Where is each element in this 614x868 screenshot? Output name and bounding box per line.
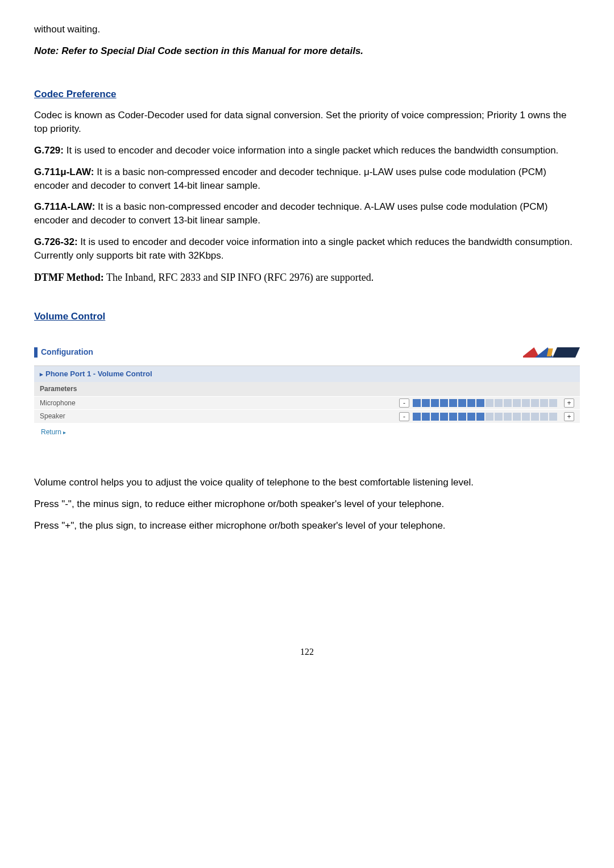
volume-segment: [486, 399, 493, 407]
microphone-label: Microphone: [40, 398, 210, 408]
volume-segment: [458, 399, 466, 407]
volume-segment: [449, 399, 457, 407]
volume-segment: [431, 413, 439, 421]
g711a-label: G.711A-LAW:: [34, 201, 95, 212]
g729-text: It is used to encoder and decoder voice …: [64, 145, 558, 156]
volume-segment: [440, 413, 448, 421]
mic-volume-bar: [413, 399, 561, 407]
volume-segment: [486, 413, 493, 421]
volume-segment: [458, 413, 466, 421]
g729-label: G.729:: [34, 145, 64, 156]
return-link[interactable]: Return: [41, 428, 66, 436]
volume-segment: [413, 413, 421, 421]
volume-segment: [476, 399, 484, 407]
volume-segment: [495, 399, 503, 407]
g711u-label: G.711μ-LAW:: [34, 167, 94, 177]
return-row: Return: [34, 423, 580, 442]
config-title: Configuration: [41, 347, 93, 358]
volume-segment: [504, 399, 512, 407]
brand-logo-icon: [523, 345, 580, 360]
config-header: Configuration: [34, 342, 580, 366]
volume-segment: [522, 399, 530, 407]
volume-segment: [531, 399, 539, 407]
volume-segment: [513, 413, 521, 421]
volume-segment: [431, 399, 439, 407]
svg-marker-3: [553, 347, 580, 358]
volume-segment: [413, 399, 421, 407]
g711a-paragraph: G.711A-LAW: It is a basic non-compressed…: [34, 200, 580, 227]
speaker-minus-button[interactable]: -: [399, 412, 409, 421]
codec-preference-heading[interactable]: Codec Preference: [34, 88, 117, 101]
dtmf-paragraph: DTMF Method: The Inband, RFC 2833 and SI…: [34, 271, 580, 285]
codec-intro: Codec is known as Coder-Decoder used for…: [34, 109, 580, 136]
g711a-text: It is a basic non-compressed encoder and…: [34, 201, 547, 226]
g729-paragraph: G.729: It is used to encoder and decoder…: [34, 144, 580, 157]
g711u-paragraph: G.711μ-LAW: It is a basic non-compressed…: [34, 165, 580, 193]
volume-desc-1: Volume control helps you to adjust the v…: [34, 476, 580, 489]
speaker-controls: - +: [399, 412, 574, 421]
panel-subheader: Phone Port 1 - Volume Control: [34, 366, 580, 382]
volume-segment: [549, 413, 557, 421]
volume-segment: [422, 413, 430, 421]
volume-segment: [540, 399, 548, 407]
volume-segment: [467, 413, 475, 421]
speaker-row: Speaker - +: [34, 409, 580, 423]
dtmf-text: The Inband, RFC 2833 and SIP INFO (RFC 2…: [104, 272, 374, 283]
note-text: Note: Refer to Special Dial Code section…: [34, 44, 580, 58]
speaker-label: Speaker: [40, 412, 210, 421]
volume-segment: [522, 413, 530, 421]
volume-segment: [540, 413, 548, 421]
volume-segment: [513, 399, 521, 407]
g726-label: G.726-32:: [34, 236, 78, 247]
blue-bar-icon: [34, 347, 38, 358]
volume-segment: [549, 399, 557, 407]
g711u-text: It is a basic non-compressed encoder and…: [34, 167, 546, 191]
g726-paragraph: G.726-32: It is used to encoder and deco…: [34, 235, 580, 263]
volume-control-heading[interactable]: Volume Control: [34, 310, 105, 323]
volume-segment: [449, 413, 457, 421]
volume-segment: [476, 413, 484, 421]
config-title-wrap: Configuration: [34, 347, 93, 358]
page-number: 122: [34, 646, 580, 658]
volume-segment: [467, 399, 475, 407]
volume-desc-3: Press "+", the plus sign, to increase ei…: [34, 519, 580, 533]
g726-text: It is used to encoder and decoder voice …: [34, 236, 572, 261]
speaker-volume-bar: [413, 413, 561, 421]
parameters-header: Parameters: [34, 382, 580, 396]
mic-plus-button[interactable]: +: [564, 398, 574, 408]
configuration-panel: Configuration Phone Port 1 - Volume Cont…: [34, 342, 580, 442]
volume-desc-2: Press "-", the minus sign, to reduce eit…: [34, 497, 580, 511]
volume-segment: [440, 399, 448, 407]
microphone-row: Microphone - +: [34, 396, 580, 410]
volume-segment: [504, 413, 512, 421]
mic-minus-button[interactable]: -: [399, 398, 409, 408]
volume-segment: [422, 399, 430, 407]
volume-segment: [531, 413, 539, 421]
dtmf-label: DTMF Method:: [34, 272, 104, 283]
speaker-plus-button[interactable]: +: [564, 412, 574, 421]
microphone-controls: - +: [399, 398, 574, 408]
intro-text: without waiting.: [34, 23, 580, 36]
volume-segment: [495, 413, 503, 421]
